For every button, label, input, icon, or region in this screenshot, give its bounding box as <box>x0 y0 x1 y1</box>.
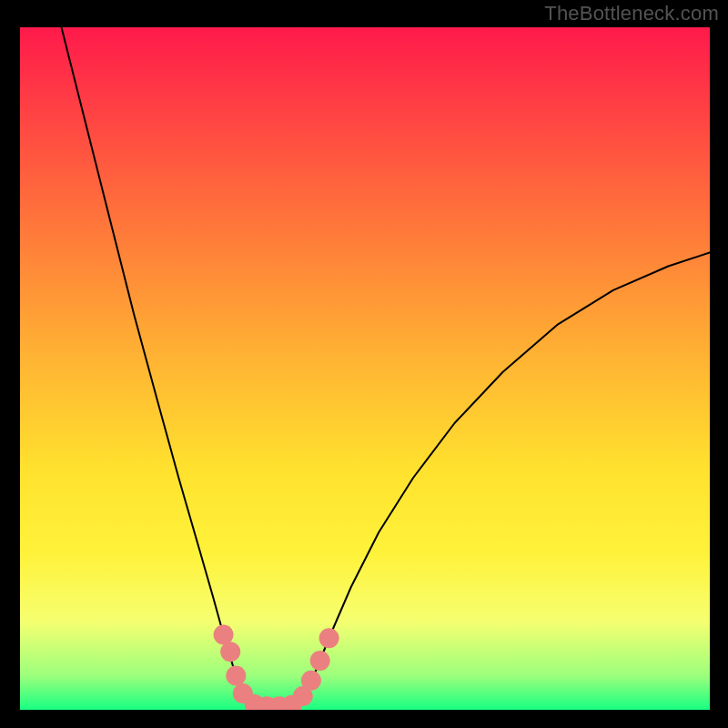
valley-dot <box>319 628 339 648</box>
valley-dot <box>301 671 321 691</box>
valley-dot <box>214 625 234 645</box>
plot-frame <box>20 27 710 710</box>
valley-dot <box>226 666 246 686</box>
chart-background <box>20 27 710 710</box>
image-root: TheBottleneck.com <box>0 0 728 728</box>
valley-dot <box>310 651 330 671</box>
attribution-text: TheBottleneck.com <box>544 2 719 25</box>
valley-dot <box>220 642 240 662</box>
bottleneck-chart <box>20 27 710 710</box>
